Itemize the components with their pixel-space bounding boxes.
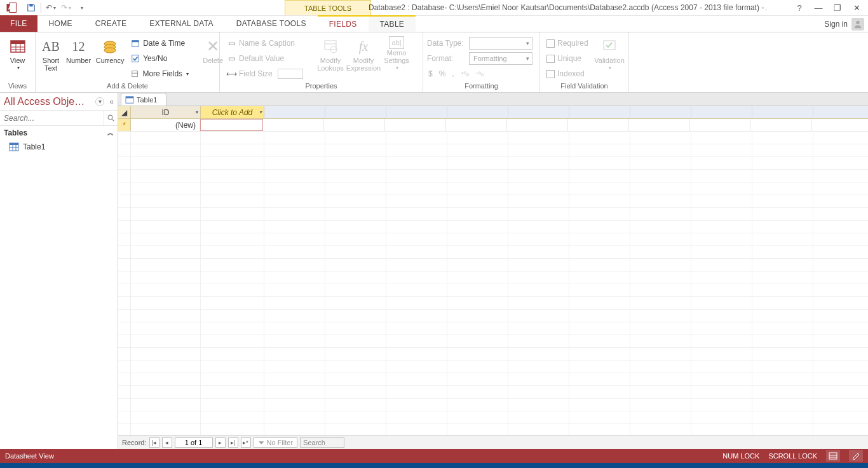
- ribbon: View ▾ Views ABShort Text 12Number Curre…: [0, 32, 868, 93]
- default-value-button: ▭Default Value: [224, 52, 313, 65]
- svg-rect-26: [10, 143, 18, 145]
- table-icon: [125, 96, 134, 104]
- svg-point-23: [108, 115, 112, 120]
- nav-header[interactable]: All Access Obje… ▾ «: [0, 93, 118, 111]
- modify-lookups-button: Modify Lookups: [315, 35, 346, 72]
- nav-header-title: All Access Obje…: [4, 96, 85, 107]
- record-label: Record:: [122, 439, 147, 446]
- nav-collapse-icon[interactable]: «: [109, 97, 114, 106]
- field-size-button: ⟷Field Size: [224, 67, 313, 81]
- document-tab-table1[interactable]: Table1: [121, 93, 166, 106]
- column-header-click-to-add[interactable]: Click to Add▾: [201, 106, 264, 118]
- ribbon-tabs: FILE HOME CREATE EXTERNAL DATA DATABASE …: [0, 16, 868, 32]
- record-navigator: Record: |◂ ◂ ▸ ▸| ▸* ⏷No Filter Search: [118, 435, 868, 449]
- record-search-input[interactable]: Search: [300, 437, 344, 448]
- nav-search: [0, 111, 118, 126]
- tab-external-data[interactable]: EXTERNAL DATA: [138, 15, 224, 32]
- table-icon: [9, 142, 19, 151]
- tab-file[interactable]: FILE: [0, 15, 37, 32]
- column-header-id[interactable]: ID▾: [131, 106, 201, 118]
- new-record-icon[interactable]: ▸*: [241, 437, 251, 448]
- comma-format-icon: ,: [452, 69, 454, 78]
- tab-table[interactable]: TABLE: [369, 15, 416, 32]
- group-add-delete: ABShort Text 12Number Currency Date & Ti…: [36, 32, 220, 92]
- search-icon[interactable]: [104, 111, 118, 125]
- close-icon[interactable]: ✕: [851, 3, 862, 13]
- group-formatting-label: Formatting: [427, 82, 536, 92]
- save-icon[interactable]: [24, 1, 38, 15]
- modify-expression-button: fxModify Expression: [348, 35, 379, 72]
- group-properties-label: Properties: [224, 82, 419, 92]
- help-icon[interactable]: ?: [794, 3, 804, 13]
- more-fields-button[interactable]: More Fields▾: [128, 67, 191, 81]
- nav-dropdown-icon[interactable]: ▾: [95, 97, 104, 106]
- more-fields-icon: [130, 69, 140, 79]
- svg-point-13: [104, 48, 116, 53]
- filter-icon: ⏷: [258, 439, 265, 446]
- short-text-button[interactable]: ABShort Text: [39, 35, 62, 72]
- nav-item-table1[interactable]: Table1: [0, 140, 118, 154]
- last-record-icon[interactable]: ▸|: [228, 437, 238, 448]
- group-views-label: Views: [4, 82, 31, 92]
- tab-home[interactable]: HOME: [37, 15, 84, 32]
- next-record-icon[interactable]: ▸: [215, 437, 226, 448]
- new-row-indicator-icon[interactable]: *: [118, 119, 131, 131]
- datasheet-row-new: * (New): [118, 119, 868, 132]
- group-properties: ▭Name & Caption ▭Default Value ⟷Field Si…: [220, 32, 423, 92]
- document-tabs: Table1 ✕: [118, 93, 868, 106]
- svg-point-4: [856, 21, 859, 24]
- data-type-combo: [469, 37, 532, 50]
- tag-icon: ▭: [226, 38, 236, 48]
- record-position-input[interactable]: [175, 437, 213, 448]
- cell-editing[interactable]: [200, 119, 263, 131]
- cell-id-new[interactable]: (New): [131, 119, 200, 131]
- select-all-cell[interactable]: ◢: [118, 106, 131, 118]
- minimize-icon[interactable]: ―: [813, 3, 824, 13]
- tab-database-tools[interactable]: DATABASE TOOLS: [225, 15, 318, 32]
- required-check: Required: [544, 36, 592, 50]
- number-button[interactable]: 12Number: [65, 35, 92, 64]
- tab-fields[interactable]: FIELDS: [318, 15, 369, 32]
- fx-icon: fx: [353, 36, 374, 57]
- currency-button[interactable]: Currency: [95, 35, 125, 64]
- percent-format-icon: %: [439, 69, 446, 78]
- taskbar-sliver: [0, 463, 868, 468]
- redo-icon[interactable]: ↷▾: [59, 1, 73, 15]
- status-numlock: NUM LOCK: [722, 452, 759, 460]
- status-bar: Datasheet View NUM LOCK SCROLL LOCK: [0, 449, 868, 463]
- contextual-tab-label: TABLE TOOLS: [285, 0, 371, 15]
- customize-qat-icon[interactable]: ▾: [74, 1, 88, 15]
- group-views: View ▾ Views: [0, 32, 36, 92]
- validation-button: Validation▾: [594, 35, 625, 72]
- svg-rect-3: [29, 4, 32, 7]
- navigation-pane: All Access Obje… ▾ « Tables︽ Table1: [0, 93, 118, 449]
- name-caption-button: ▭Name & Caption: [224, 36, 313, 50]
- first-record-icon[interactable]: |◂: [149, 437, 159, 448]
- calendar-icon: [130, 38, 140, 48]
- view-button[interactable]: View ▾: [4, 35, 31, 72]
- group-add-delete-label: Add & Delete: [39, 82, 215, 92]
- group-formatting: Data Type: Format:Formatting $ % , ⁺⁰₀ ⁻…: [423, 32, 540, 92]
- svg-rect-31: [126, 96, 133, 98]
- undo-icon[interactable]: ↶▾: [44, 1, 58, 15]
- avatar-icon: [851, 18, 864, 31]
- checkbox-icon: [546, 39, 555, 48]
- short-text-icon: AB: [41, 36, 61, 57]
- svg-rect-32: [829, 453, 837, 459]
- quick-access-toolbar: ↶▾ ↷▾ ▾: [24, 1, 88, 15]
- nav-search-input[interactable]: [0, 111, 104, 125]
- tab-create[interactable]: CREATE: [84, 15, 139, 32]
- restore-icon[interactable]: ❐: [832, 3, 843, 13]
- window-title: Database2 : Database- C:\Users\Emiel Noo…: [369, 0, 766, 15]
- filter-indicator[interactable]: ⏷No Filter: [254, 437, 298, 448]
- number-format-row: $ % , ⁺⁰₀ ⁻⁰₀: [427, 67, 536, 81]
- prev-record-icon[interactable]: ◂: [162, 437, 172, 448]
- datasheet-view-icon[interactable]: [826, 450, 840, 462]
- increase-decimals-icon: ⁺⁰₀: [461, 71, 469, 78]
- date-time-button[interactable]: Date & Time: [128, 36, 191, 50]
- nav-group-tables[interactable]: Tables︽: [0, 126, 118, 140]
- status-view-mode: Datasheet View: [5, 452, 54, 460]
- yes-no-button[interactable]: Yes/No: [128, 52, 191, 65]
- design-view-icon[interactable]: [849, 450, 863, 462]
- sign-in[interactable]: Sign in: [824, 16, 864, 32]
